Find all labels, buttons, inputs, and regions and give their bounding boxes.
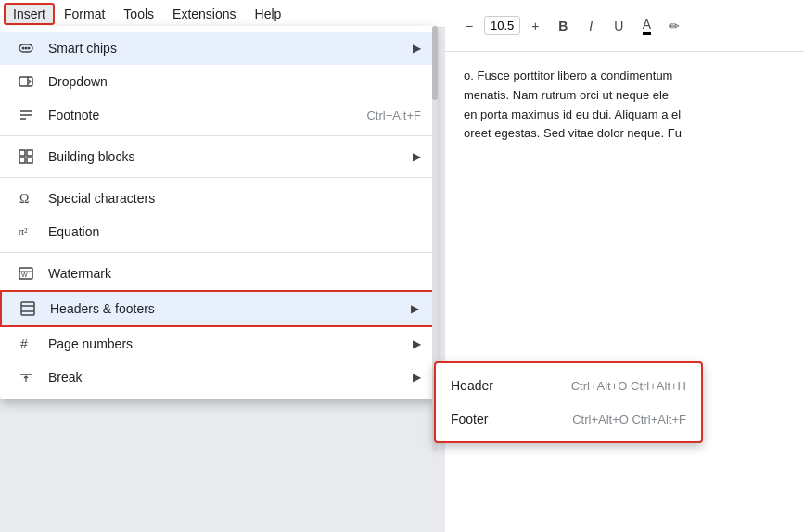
headers-footers-label: Headers & footers bbox=[50, 301, 403, 316]
headers-footers-icon bbox=[17, 298, 39, 320]
svg-text:π²: π² bbox=[19, 225, 28, 238]
svg-point-1 bbox=[22, 47, 25, 50]
menubar: Insert Format Tools Extensions Help bbox=[0, 0, 445, 28]
menu-insert[interactable]: Insert bbox=[4, 3, 55, 25]
headers-footers-arrow: ▶ bbox=[411, 302, 419, 315]
doc-text-2: menatis. Nam rutrum orci ut neque ele bbox=[464, 86, 785, 106]
toolbar: − 10.5 + B I U A ✏ bbox=[445, 0, 804, 52]
equation-label: Equation bbox=[48, 224, 421, 239]
svg-text:#: # bbox=[20, 336, 28, 351]
svg-rect-9 bbox=[19, 150, 25, 156]
svg-rect-12 bbox=[27, 158, 32, 163]
font-size-display[interactable]: 10.5 bbox=[484, 16, 520, 35]
doc-text-1: o. Fusce porttitor libero a condimentum bbox=[464, 67, 785, 86]
scrollbar-thumb[interactable] bbox=[432, 26, 438, 100]
page-numbers-icon: # bbox=[15, 333, 37, 355]
break-label: Break bbox=[48, 370, 405, 385]
menu-format[interactable]: Format bbox=[55, 3, 114, 25]
building-blocks-icon bbox=[15, 146, 37, 168]
menu-item-equation[interactable]: π² Equation bbox=[0, 215, 436, 248]
doc-text-3: en porta maximus id eu dui. Aliquam a el bbox=[464, 106, 785, 125]
break-icon bbox=[15, 366, 37, 388]
submenu-footer[interactable]: Footer Ctrl+Alt+O Ctrl+Alt+F bbox=[436, 402, 701, 436]
menu-item-page-numbers[interactable]: # Page numbers ▶ bbox=[0, 327, 436, 361]
dropdown-label: Dropdown bbox=[48, 74, 421, 89]
increase-font-button[interactable]: + bbox=[522, 13, 548, 39]
menu-help[interactable]: Help bbox=[246, 3, 291, 25]
smart-chips-label: Smart chips bbox=[48, 41, 405, 56]
doc-text-4: oreet egestas. Sed vitae dolor neque. Fu bbox=[464, 124, 785, 144]
footnote-shortcut: Ctrl+Alt+F bbox=[366, 108, 421, 122]
document-area: o. Fusce porttitor libero a condimentum … bbox=[445, 52, 804, 532]
svg-point-3 bbox=[28, 47, 31, 50]
footer-shortcut: Ctrl+Alt+O Ctrl+Alt+F bbox=[572, 412, 686, 426]
watermark-icon: W bbox=[15, 262, 37, 285]
font-color-button[interactable]: A bbox=[633, 13, 659, 39]
building-blocks-label: Building blocks bbox=[48, 149, 405, 164]
svg-rect-18 bbox=[21, 302, 34, 315]
divider-3 bbox=[0, 252, 436, 253]
menu-tools[interactable]: Tools bbox=[114, 3, 163, 25]
insert-menu: Smart chips ▶ Dropdown Footnote Ctrl+Alt… bbox=[0, 26, 436, 399]
svg-text:W: W bbox=[21, 272, 28, 278]
footnote-icon bbox=[15, 104, 37, 126]
submenu-header[interactable]: Header Ctrl+Alt+O Ctrl+Alt+H bbox=[436, 369, 701, 402]
footnote-label: Footnote bbox=[48, 108, 366, 122]
watermark-label: Watermark bbox=[48, 266, 421, 281]
dropdown-icon bbox=[15, 70, 37, 93]
special-characters-icon: Ω bbox=[15, 187, 37, 209]
smart-chips-arrow: ▶ bbox=[413, 42, 421, 55]
divider-2 bbox=[0, 177, 436, 178]
menu-item-smart-chips[interactable]: Smart chips ▶ bbox=[0, 32, 436, 65]
page-numbers-arrow: ▶ bbox=[413, 337, 421, 350]
break-arrow: ▶ bbox=[413, 371, 421, 384]
svg-rect-10 bbox=[27, 150, 32, 156]
building-blocks-arrow: ▶ bbox=[413, 150, 421, 163]
edit-pencil-button[interactable]: ✏ bbox=[661, 13, 687, 39]
special-characters-label: Special characters bbox=[48, 191, 421, 206]
italic-button[interactable]: I bbox=[578, 13, 604, 39]
underline-button[interactable]: U bbox=[606, 13, 632, 39]
bold-button[interactable]: B bbox=[550, 13, 576, 39]
menu-item-building-blocks[interactable]: Building blocks ▶ bbox=[0, 140, 436, 173]
font-color-label: A bbox=[643, 17, 651, 35]
menu-item-watermark[interactable]: W Watermark bbox=[0, 257, 436, 290]
decrease-font-button[interactable]: − bbox=[456, 13, 482, 39]
divider-1 bbox=[0, 135, 436, 136]
svg-text:Ω: Ω bbox=[19, 192, 29, 206]
menu-item-special-characters[interactable]: Ω Special characters bbox=[0, 182, 436, 215]
svg-rect-11 bbox=[19, 158, 25, 163]
smart-chips-icon bbox=[15, 37, 37, 59]
menu-item-footnote[interactable]: Footnote Ctrl+Alt+F bbox=[0, 98, 436, 132]
page-numbers-label: Page numbers bbox=[48, 336, 405, 351]
menu-extensions[interactable]: Extensions bbox=[163, 3, 245, 25]
footer-label: Footer bbox=[451, 412, 488, 426]
equation-icon: π² bbox=[15, 221, 37, 243]
headers-footers-submenu: Header Ctrl+Alt+O Ctrl+Alt+H Footer Ctrl… bbox=[434, 361, 703, 443]
menu-item-break[interactable]: Break ▶ bbox=[0, 361, 436, 394]
menu-item-headers-footers[interactable]: Headers & footers ▶ bbox=[0, 290, 436, 327]
svg-point-2 bbox=[25, 47, 28, 50]
header-shortcut: Ctrl+Alt+O Ctrl+Alt+H bbox=[571, 379, 686, 393]
menu-item-dropdown[interactable]: Dropdown bbox=[0, 65, 436, 98]
header-label: Header bbox=[451, 378, 493, 393]
